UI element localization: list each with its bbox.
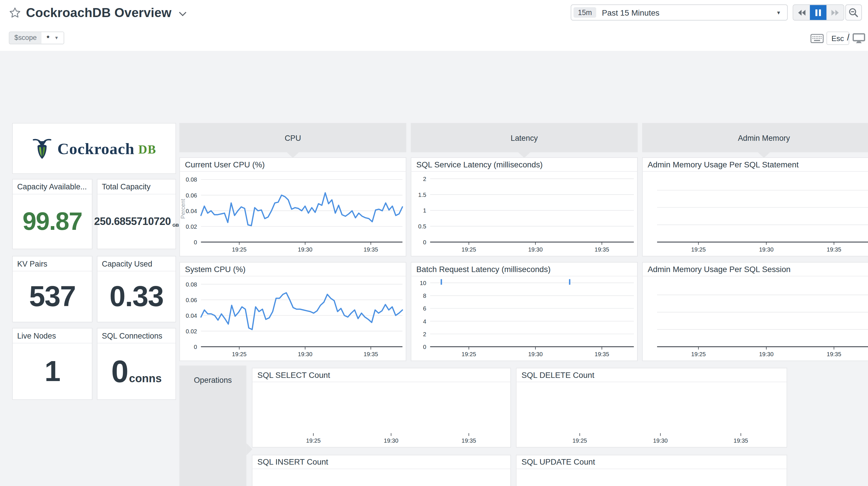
metric-value: 99.87 [13,194,92,249]
metric-value: 0 conns [97,343,176,399]
chart-current-user-cpu[interactable]: Current User CPU (%) 00.020.040.060.0819… [180,157,406,256]
rewind-button[interactable] [793,5,810,20]
chart-sql-service-latency[interactable]: SQL Service Latency (milliseconds) 00.51… [411,157,638,256]
chart-plot-area[interactable]: 024681019:2519:3019:35 [411,277,637,361]
dashboard-canvas: Cockroach DB Capacity Available... 99.87… [0,51,868,486]
chart-plot-area[interactable]: 19:2519:3019:35 [643,172,868,256]
group-header-latency[interactable]: Latency [411,123,638,152]
svg-text:19:35: 19:35 [827,351,841,358]
group-label: CPU [285,133,301,142]
chevron-down-icon[interactable] [178,11,187,17]
chart-plot-area[interactable]: 19:2519:3019:35 [516,382,786,447]
chart-plot-area[interactable]: 19:2519:3019:35 [252,382,510,447]
keyboard-icon[interactable] [810,34,824,44]
metric-card-live-nodes[interactable]: Live Nodes 1 [12,328,92,400]
svg-text:19:25: 19:25 [306,437,320,444]
svg-text:19:30: 19:30 [384,437,398,444]
chart-batch-request-latency[interactable]: Batch Request Latency (milliseconds) 024… [411,262,638,361]
chart-plot-area[interactable]: 00.020.040.060.0819:2519:3019:35Percent [180,172,406,256]
logo-suffix: DB [138,142,156,157]
svg-text:0.04: 0.04 [186,313,197,319]
cockroachdb-logo-card[interactable]: Cockroach DB [12,123,176,174]
svg-text:2: 2 [423,331,426,337]
pause-icon [814,9,822,17]
metric-card-capacity-available[interactable]: Capacity Available... 99.87 [12,179,92,249]
metric-number: 250.6855710720 [94,215,171,227]
svg-text:10: 10 [420,280,426,286]
chart-system-cpu[interactable]: System CPU (%) 00.020.040.060.0819:2519:… [180,262,406,361]
chart-admin-memory-statement[interactable]: Admin Memory Usage Per SQL Statement 19:… [642,157,868,256]
group-label: Latency [510,133,538,142]
svg-text:19:35: 19:35 [595,246,609,253]
group-header-admin-memory[interactable]: Admin Memory [642,123,868,152]
chart-title: SQL DELETE Count [516,368,786,382]
chart-title: SQL UPDATE Count [516,455,786,469]
svg-text:0.06: 0.06 [186,297,197,303]
svg-text:19:30: 19:30 [298,246,312,253]
metric-card-total-capacity[interactable]: Total Capacity 250.6855710720 GB [97,179,176,249]
star-icon[interactable] [9,7,21,19]
svg-text:19:30: 19:30 [528,246,542,253]
esc-key-label: Esc [832,34,844,42]
svg-text:19:30: 19:30 [528,351,542,358]
chart-sql-select-count[interactable]: SQL SELECT Count 19:2519:3019:35 [252,368,511,448]
playback-controls [793,4,844,21]
chart-title: Current User CPU (%) [180,158,406,172]
chart-title: System CPU (%) [180,262,406,277]
dashboard-title-row[interactable]: CockroachDB Overview [9,4,187,21]
cockroachdb-logo: Cockroach DB [32,136,156,161]
svg-text:19:25: 19:25 [691,351,706,358]
svg-text:0: 0 [423,344,426,350]
metric-title: SQL Connections [97,328,176,343]
metric-card-capacity-used[interactable]: Capacity Used 0.33 [97,256,176,322]
time-range-select[interactable]: 15m Past 15 Minutes ▼ [571,4,788,21]
esc-key-button[interactable]: Esc [827,31,849,45]
chart-plot-area[interactable]: 00.511.5219:2519:3019:35 [411,172,637,256]
chart-sql-insert-count[interactable]: SQL INSERT Count 19:2519:3019:35 [252,455,511,486]
template-variable-scope[interactable]: $scope * ▼ [9,31,64,44]
chart-title: SQL INSERT Count [252,455,510,469]
svg-text:0.06: 0.06 [186,192,197,199]
slash-separator: / [847,33,849,42]
svg-text:0.08: 0.08 [186,281,197,288]
scope-value-text: * [47,34,50,42]
svg-text:19:35: 19:35 [364,246,378,253]
group-header-cpu[interactable]: CPU [180,123,406,152]
metric-title: Total Capacity [97,179,176,195]
metric-value: 1 [13,343,92,399]
svg-text:19:35: 19:35 [364,351,378,358]
svg-text:8: 8 [423,293,426,299]
svg-text:Percent: Percent [180,199,186,219]
metric-value: 0.33 [97,271,176,322]
scope-var-value[interactable]: * ▼ [41,32,64,44]
metric-card-kv-pairs[interactable]: KV Pairs 537 [12,256,92,322]
metric-value: 537 [13,271,92,322]
page-title: CockroachDB Overview [26,5,172,20]
zoom-out-button[interactable] [845,4,862,21]
chart-plot-area[interactable]: 19:2519:3019:35 [252,469,510,486]
chart-plot-area[interactable]: 19:2519:3019:35 [643,277,868,361]
fast-forward-button[interactable] [827,5,843,20]
svg-text:0.04: 0.04 [186,208,197,214]
chart-plot-area[interactable]: 00.020.040.060.0819:2519:3019:35 [180,277,406,361]
chart-plot-area[interactable]: 19:2519:3019:35 [516,469,786,486]
fullscreen-monitor-icon[interactable] [852,33,865,44]
zoom-out-icon [848,7,859,18]
metric-value: 250.6855710720 GB [97,194,176,249]
chart-sql-delete-count[interactable]: SQL DELETE Count 19:2519:3019:35 [516,368,787,448]
svg-text:19:35: 19:35 [595,351,609,358]
svg-text:4: 4 [423,318,426,325]
chart-admin-memory-session[interactable]: Admin Memory Usage Per SQL Session 19:25… [642,262,868,361]
metric-title: Capacity Used [97,256,176,271]
svg-text:19:35: 19:35 [734,437,748,444]
pause-button[interactable] [810,5,827,20]
metric-card-sql-connections[interactable]: SQL Connections 0 conns [97,328,176,400]
metric-title: Capacity Available... [13,179,92,195]
chart-sql-update-count[interactable]: SQL UPDATE Count 19:2519:3019:35 [516,455,787,486]
chart-title: SQL SELECT Count [252,368,510,382]
svg-text:2: 2 [423,176,426,182]
group-header-operations[interactable]: Operations [180,366,246,486]
svg-text:19:30: 19:30 [759,246,774,253]
svg-text:0.02: 0.02 [186,328,197,335]
chart-title: SQL Service Latency (milliseconds) [411,158,637,172]
